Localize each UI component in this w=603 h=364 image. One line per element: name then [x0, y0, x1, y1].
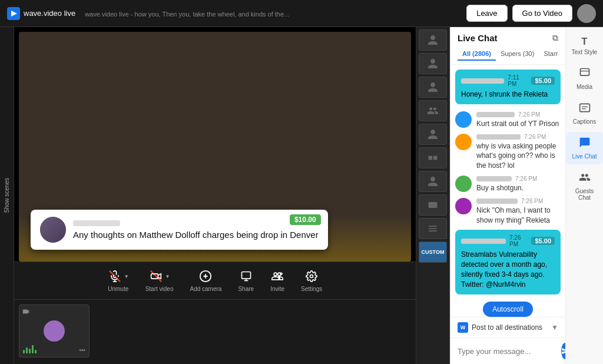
msg-name-4: [476, 176, 512, 181]
unmute-button[interactable]: ▼ Unmute: [108, 269, 129, 292]
chat-title: Live Chat: [458, 33, 498, 43]
invite-label: Invite: [270, 286, 284, 292]
msg-header-5: 7:26 PM: [476, 198, 561, 204]
settings-button[interactable]: Settings: [301, 269, 322, 292]
scene-thumb-1[interactable]: [419, 29, 447, 51]
video-main: Any thoughts on Matthew Dolloff charges …: [19, 32, 411, 262]
scene-thumb-5[interactable]: [419, 124, 447, 145]
super-msg-header-1: 7:11 PM $5.00: [461, 74, 555, 87]
user-avatar[interactable]: [577, 4, 596, 23]
msg-time-4: 7:26 PM: [515, 176, 537, 182]
super-chat-content: Any thoughts on Matthew Dolloff charges …: [73, 220, 319, 240]
msg-content-2: 7:26 PM Kurt strait out of YT Prison: [476, 111, 561, 129]
svg-rect-16: [429, 156, 433, 160]
share-label: Share: [238, 286, 254, 292]
scene-thumb-9[interactable]: [419, 218, 447, 239]
invite-button[interactable]: Invite: [270, 269, 284, 292]
add-camera-label: Add camera: [190, 286, 221, 292]
share-button[interactable]: Share: [238, 269, 254, 292]
sidebar-item-media[interactable]: Media: [566, 62, 603, 95]
preview-controls: •••: [79, 347, 85, 353]
super-chat-avatar: [40, 217, 66, 243]
logo-icon: [7, 7, 20, 20]
right-sidebar: T Text Style Media Captions Live Chat: [565, 27, 603, 364]
video-dropdown-arrow[interactable]: ▼: [165, 274, 170, 279]
scene-thumb-8[interactable]: [419, 194, 447, 216]
text-style-label: Text Style: [572, 49, 597, 55]
captions-label: Captions: [573, 118, 596, 125]
text-style-icon: T: [582, 37, 588, 47]
stream-info: wave.video live - how you, Then you, tak…: [85, 11, 289, 18]
msg-avatar-4: [455, 176, 472, 192]
audio-level-bar: [23, 345, 37, 353]
chat-message-4: 7:26 PM Buy a shotgun.: [455, 176, 561, 193]
mic-off-icon: [108, 269, 122, 283]
scene-thumb-2[interactable]: [419, 53, 447, 74]
post-destination-selector[interactable]: W Post to all destinations ▼: [450, 317, 565, 338]
msg-time-5: 7:26 PM: [521, 198, 543, 204]
logo-text: wave.video live: [24, 9, 75, 18]
svg-rect-20: [579, 104, 589, 111]
tab-all[interactable]: All (2806): [458, 48, 496, 61]
open-external-icon[interactable]: ⧉: [552, 33, 558, 43]
scene-thumb-7[interactable]: [419, 171, 447, 192]
logo: wave.video live: [7, 7, 75, 20]
super-msg-amount-1: $5.00: [531, 77, 555, 85]
scene-thumb-3[interactable]: [419, 77, 447, 98]
sidebar-item-guests-chat[interactable]: Guests Chat: [566, 167, 603, 206]
scene-column: CUSTOM: [416, 27, 450, 364]
post-dest-chevron: ▼: [551, 323, 558, 332]
chat-message-5: 7:26 PM Nick "Oh man, I want to show my …: [455, 198, 561, 226]
scene-thumb-4[interactable]: [419, 100, 447, 121]
settings-icon: [304, 269, 319, 283]
msg-name-5: [476, 198, 518, 204]
msg-header-2: 7:26 PM: [476, 111, 561, 118]
unmute-dropdown-arrow[interactable]: ▼: [124, 274, 129, 279]
invite-icon: [270, 269, 284, 283]
live-chat-label: Live Chat: [572, 153, 597, 160]
unmute-label: Unmute: [108, 286, 128, 292]
super-msg-name-1: [461, 78, 504, 84]
add-camera-button[interactable]: Add camera: [190, 269, 221, 292]
tab-supers[interactable]: Supers (30): [496, 48, 539, 61]
guests-chat-label: Guests Chat: [568, 188, 601, 201]
share-icon: [239, 269, 253, 283]
media-label: Media: [577, 84, 592, 90]
scene-thumb-custom[interactable]: CUSTOM: [419, 241, 447, 263]
msg-time-3: 7:26 PM: [524, 134, 546, 140]
media-icon: [579, 67, 591, 82]
tab-starred[interactable]: Starred (0): [539, 48, 558, 61]
msg-content-5: 7:26 PM Nick "Oh man, I want to show my …: [476, 198, 561, 226]
leave-button[interactable]: Leave: [466, 5, 507, 22]
header: wave.video live wave.video live - how yo…: [0, 0, 603, 27]
sidebar-item-captions[interactable]: Captions: [566, 97, 603, 130]
svg-point-15: [310, 275, 313, 278]
header-center: wave.video live - how you, Then you, tak…: [75, 8, 466, 19]
left-sidebar[interactable]: Show scenes: [0, 27, 14, 364]
super-chat-user-name: [73, 220, 120, 226]
super-msg-name-6: [461, 239, 506, 244]
post-dest-label: Post to all destinations: [472, 323, 542, 332]
chat-messages: ➜ 7:11 PM $5.00 Honey, I shrunk the Reki…: [450, 65, 565, 317]
super-message-1: ➜ 7:11 PM $5.00 Honey, I shrunk the Reki…: [455, 70, 561, 107]
sidebar-item-live-chat[interactable]: Live Chat: [566, 132, 603, 164]
super-msg-content-1: 7:11 PM $5.00 Honey, I shrunk the Rekiet…: [455, 70, 561, 104]
settings-label: Settings: [301, 286, 322, 292]
preview-thumbnail[interactable]: •••: [19, 305, 90, 358]
chat-area: Live Chat ⧉ All (2806) Supers (30) Starr…: [450, 27, 565, 364]
msg-header-4: 7:26 PM: [476, 176, 561, 182]
chat-footer: W Post to all destinations ▼: [450, 317, 565, 364]
autoscroll-button[interactable]: Autoscroll: [483, 302, 533, 317]
start-video-button[interactable]: ▼ Start video: [145, 269, 174, 292]
scene-thumb-6[interactable]: [419, 147, 447, 168]
super-chat-amount: $10.00: [290, 214, 321, 225]
chat-message-input[interactable]: [458, 347, 556, 356]
video-off-icon: [149, 269, 163, 283]
msg-text-5: Nick "Oh man, I want to show my thing" R…: [476, 206, 561, 226]
sidebar-item-text-style[interactable]: T Text Style: [566, 32, 603, 60]
chat-input-row: [450, 338, 565, 364]
main-layout: Show scenes Any thoughts on Matthew Doll…: [0, 27, 603, 364]
show-scenes-label[interactable]: Show scenes: [4, 178, 10, 213]
go-to-video-button[interactable]: Go to Video: [512, 5, 572, 22]
super-msg-amount-6: $5.00: [531, 237, 555, 245]
